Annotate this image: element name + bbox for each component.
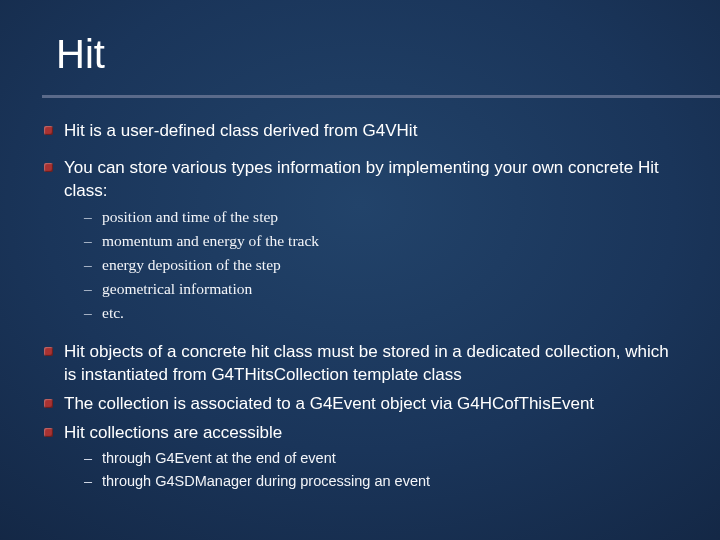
- bullet-item: Hit collections are accessible through G…: [42, 422, 680, 491]
- sub-bullet-item: geometrical information: [82, 279, 680, 300]
- content-area: Hit is a user-defined class derived from…: [0, 98, 720, 491]
- title-area: Hit: [0, 0, 720, 95]
- bullet-text: You can store various types information …: [64, 158, 659, 200]
- bullet-item: You can store various types information …: [42, 157, 680, 323]
- slide: Hit Hit is a user-defined class derived …: [0, 0, 720, 540]
- sub-bullet-text: through G4SDManager during processing an…: [102, 473, 430, 489]
- sub-bullet-item: etc.: [82, 303, 680, 324]
- bullet-text: The collection is associated to a G4Even…: [64, 394, 594, 413]
- sub-bullet-item: momentum and energy of the track: [82, 231, 680, 252]
- bullet-text: Hit collections are accessible: [64, 423, 282, 442]
- slide-title: Hit: [56, 32, 720, 77]
- bullet-item: Hit objects of a concrete hit class must…: [42, 341, 680, 387]
- sub-bullet-text: momentum and energy of the track: [102, 232, 319, 249]
- bullet-list: Hit is a user-defined class derived from…: [42, 120, 680, 491]
- sub-bullet-item: position and time of the step: [82, 207, 680, 228]
- bullet-item: The collection is associated to a G4Even…: [42, 393, 680, 416]
- sub-bullet-text: geometrical information: [102, 280, 252, 297]
- sub-bullet-list: position and time of the step momentum a…: [82, 207, 680, 324]
- sub-bullet-text: position and time of the step: [102, 208, 278, 225]
- sub-bullet-text: energy deposition of the step: [102, 256, 281, 273]
- sub-bullet-list: through G4Event at the end of event thro…: [82, 449, 680, 491]
- sub-bullet-text: through G4Event at the end of event: [102, 450, 336, 466]
- bullet-item: Hit is a user-defined class derived from…: [42, 120, 680, 143]
- sub-bullet-item: through G4SDManager during processing an…: [82, 472, 680, 492]
- bullet-text: Hit is a user-defined class derived from…: [64, 121, 417, 140]
- sub-bullet-text: etc.: [102, 304, 124, 321]
- sub-bullet-item: energy deposition of the step: [82, 255, 680, 276]
- sub-bullet-item: through G4Event at the end of event: [82, 449, 680, 469]
- bullet-text: Hit objects of a concrete hit class must…: [64, 342, 669, 384]
